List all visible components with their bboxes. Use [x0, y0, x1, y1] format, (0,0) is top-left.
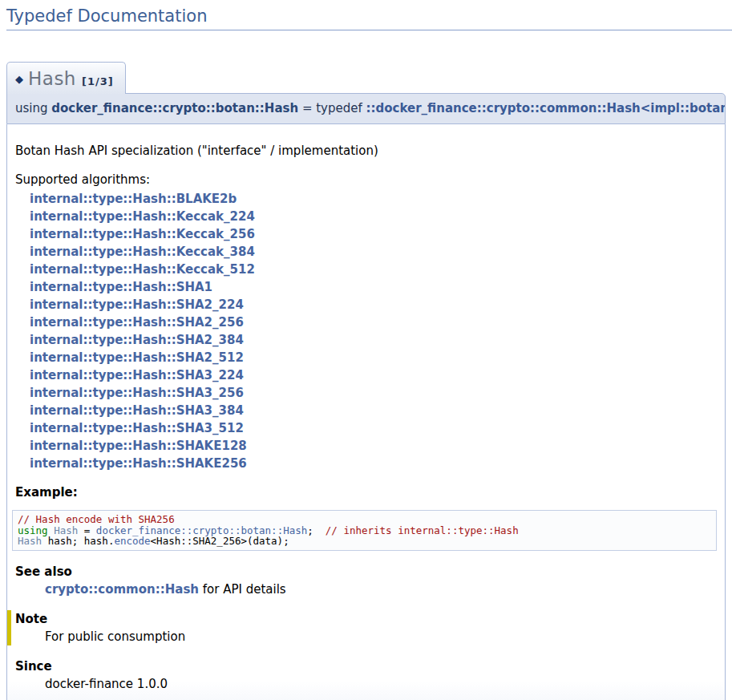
- see-also-text: for API details: [199, 582, 286, 597]
- algorithm-link[interactable]: internal::type::Hash::SHA1: [30, 278, 717, 296]
- algorithm-link[interactable]: internal::type::Hash::BLAKE2b: [30, 190, 717, 208]
- since-section: Since docker-finance 1.0.0: [15, 658, 717, 693]
- permalink-diamond-icon[interactable]: ◆: [15, 73, 23, 85]
- algorithm-link[interactable]: internal::type::Hash::Keccak_256: [30, 225, 717, 243]
- code-semicolon: ;: [307, 524, 326, 536]
- since-label: Since: [15, 659, 717, 674]
- proto-typedef-name: docker_finance::crypto::botan::Hash: [51, 101, 298, 115]
- algorithm-link[interactable]: internal::type::Hash::SHAKE256: [30, 455, 717, 472]
- note-section: Note For public consumption: [7, 610, 717, 645]
- algorithm-link[interactable]: internal::type::Hash::SHA3_512: [30, 419, 717, 437]
- code-line-3: Hash hash; hash.encode<Hash::SHA2_256>(d…: [18, 536, 711, 547]
- code-plain-text: hash; hash.: [42, 535, 114, 547]
- proto-equals-typedef: = typedef: [298, 101, 366, 115]
- algorithm-link[interactable]: internal::type::Hash::SHAKE128: [30, 437, 717, 455]
- member-overload-index: [1/3]: [82, 75, 114, 87]
- algorithm-link[interactable]: internal::type::Hash::Keccak_512: [30, 261, 717, 278]
- algorithm-link[interactable]: internal::type::Hash::SHA3_224: [30, 366, 717, 384]
- see-also-section: See also crypto::common::Hash for API de…: [15, 563, 717, 598]
- note-text: For public consumption: [45, 629, 717, 644]
- algorithm-link[interactable]: internal::type::Hash::SHA2_224: [30, 296, 717, 314]
- note-label: Note: [15, 612, 717, 626]
- proto-target-link[interactable]: ::docker_finance::crypto::common::Hash<i…: [366, 101, 726, 115]
- algorithms-label: Supported algorithms:: [15, 172, 717, 187]
- see-also-content: crypto::common::Hash for API details: [45, 582, 717, 597]
- proto-using-keyword: using: [15, 101, 51, 115]
- code-line-1: // Hash encode with SHA256: [18, 514, 711, 525]
- code-fragment: // Hash encode with SHA256using Hash = d…: [12, 510, 717, 551]
- member-doc: Botan Hash API specialization ("interfac…: [6, 124, 726, 700]
- code-line-2: using Hash = docker_finance::crypto::bot…: [18, 525, 711, 536]
- code-inline-comment: // inherits internal::type::Hash: [326, 524, 519, 536]
- member-item: ◆Hash[1/3] using docker_finance::crypto:…: [6, 62, 726, 700]
- algorithm-link[interactable]: internal::type::Hash::SHA3_384: [30, 402, 717, 419]
- code-type-hash-link-2[interactable]: Hash: [18, 535, 42, 547]
- member-name: Hash: [28, 68, 76, 89]
- algorithm-link[interactable]: internal::type::Hash::SHA3_256: [30, 384, 717, 402]
- algorithm-link[interactable]: internal::type::Hash::Keccak_224: [30, 208, 717, 225]
- code-encode-link[interactable]: encode: [114, 535, 150, 547]
- algorithm-list: internal::type::Hash::BLAKE2binternal::t…: [30, 190, 717, 472]
- see-also-label: See also: [15, 564, 717, 579]
- page-title: Typedef Documentation: [6, 6, 732, 30]
- since-text: docker-finance 1.0.0: [45, 677, 717, 691]
- algorithm-link[interactable]: internal::type::Hash::SHA2_384: [30, 331, 717, 349]
- member-tab: ◆Hash[1/3]: [6, 62, 126, 94]
- example-label: Example:: [15, 485, 717, 500]
- proto-bar: using docker_finance::crypto::botan::Has…: [6, 93, 726, 124]
- code-template-args: <Hash::SHA2_256>(data);: [151, 535, 289, 547]
- algorithm-link[interactable]: internal::type::Hash::SHA2_256: [30, 314, 717, 331]
- algorithm-link[interactable]: internal::type::Hash::SHA2_512: [30, 349, 717, 366]
- see-also-link[interactable]: crypto::common::Hash: [45, 582, 199, 597]
- algorithm-link[interactable]: internal::type::Hash::Keccak_384: [30, 243, 717, 261]
- brief-description: Botan Hash API specialization ("interfac…: [15, 144, 717, 158]
